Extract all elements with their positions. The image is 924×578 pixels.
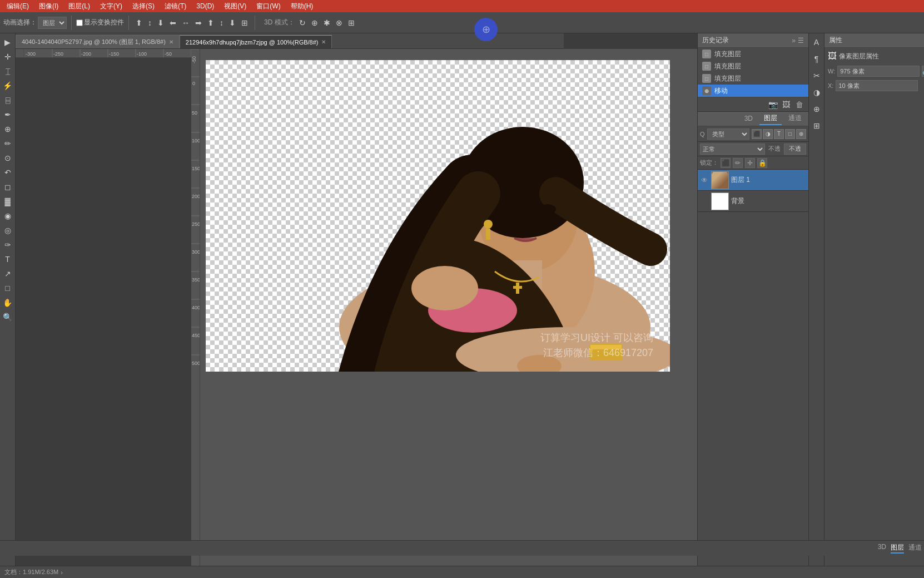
history-menu-icon[interactable]: ☰ — [798, 37, 804, 45]
tab-1-close[interactable]: ✕ — [169, 39, 173, 45]
align-vc-btn[interactable]: ↕ — [146, 16, 154, 30]
menu-window[interactable]: 窗口(W) — [252, 1, 285, 12]
align-bottom-btn[interactable]: ⬇ — [155, 16, 166, 30]
right-icon-scissors[interactable]: ✂ — [810, 69, 823, 82]
tool-heal[interactable]: ⊕ — [1, 122, 14, 136]
menu-edit[interactable]: 编辑(E) — [2, 1, 33, 12]
prop-link-btn[interactable]: 🔗 — [922, 66, 924, 77]
layers-tab-3d[interactable]: 3D — [740, 113, 757, 125]
layers-tab-channels[interactable]: 通道 — [784, 112, 806, 125]
history-snapshot-btn[interactable]: 🖼 — [781, 99, 792, 110]
history-item-3[interactable]: □ 填充图层 — [698, 72, 808, 85]
menu-help[interactable]: 帮助(H) — [286, 1, 318, 12]
history-expand-icon[interactable]: » — [792, 37, 796, 45]
3d-roll-btn[interactable]: ⊞ — [346, 16, 357, 30]
tool-clone[interactable]: ⊙ — [1, 151, 14, 165]
tool-move[interactable]: ✛ — [1, 50, 14, 63]
right-icon-dots[interactable]: ⊞ — [810, 119, 823, 132]
layer-item-1[interactable]: 👁 图层 1 — [698, 170, 808, 191]
align-hc-btn[interactable]: ↔ — [180, 16, 192, 30]
tool-label: 动画选择： — [3, 18, 37, 27]
tool-magic[interactable]: ⚡ — [1, 79, 14, 92]
align-left-btn[interactable]: ⬅ — [167, 16, 178, 30]
blend-mode-select[interactable]: 正常 — [700, 144, 765, 155]
layers-search-select[interactable]: 类型 — [707, 129, 749, 140]
tool-type-select[interactable]: 图层 — [38, 17, 67, 29]
right-icon-a[interactable]: A — [810, 36, 823, 49]
prop-w-input[interactable] — [837, 66, 920, 77]
tool-pen[interactable]: ✑ — [1, 238, 14, 251]
show-transform-checkbox[interactable] — [76, 19, 83, 26]
tool-select[interactable]: ▶ — [1, 36, 14, 49]
history-item-1[interactable]: □ 填充图层 — [698, 48, 808, 60]
far-right-panel: 属性 🖼 像素图层属性 W: 🔗 H X: — [824, 33, 924, 578]
layer-1-visibility[interactable]: 👁 — [700, 176, 709, 185]
filter-adj-icon[interactable]: ◑ — [763, 129, 773, 139]
align-right-btn[interactable]: ➡ — [193, 16, 204, 30]
dist-full-btn[interactable]: ⊞ — [239, 16, 250, 30]
tool-lasso[interactable]: ⌶ — [1, 65, 14, 78]
bottom-channels-tab[interactable]: 通道 — [908, 543, 922, 554]
canvas-scroll[interactable]: 订算学习UI设计 可以咨询 江老师微信：646917207 — [200, 49, 697, 578]
tool-path[interactable]: ↗ — [1, 267, 14, 280]
search-label: Q — [700, 131, 705, 137]
status-arrow[interactable]: › — [61, 569, 63, 576]
tool-gradient[interactable]: ▓ — [1, 195, 14, 208]
right-icon-text[interactable]: ¶ — [810, 52, 823, 66]
layers-tab-layers[interactable]: 图层 — [759, 112, 782, 125]
dist-vc-btn[interactable]: ↕ — [217, 16, 226, 30]
tab-2[interactable]: 212946x9h7dhupq7jbzm7zjpg @ 100%(RGB/8#)… — [180, 35, 332, 48]
dist-top-btn[interactable]: ⬆ — [205, 16, 216, 30]
menu-layer[interactable]: 图层(L) — [64, 1, 95, 12]
bottom-3d-tab[interactable]: 3D — [878, 543, 886, 554]
3d-rotate-btn[interactable]: ↻ — [297, 16, 308, 30]
svg-text:0: 0 — [192, 81, 195, 86]
layer-2-visibility[interactable]: 👁 — [700, 197, 709, 206]
lock-transparent-icon[interactable]: ⬛ — [721, 158, 731, 168]
lock-image-icon[interactable]: ✏ — [733, 158, 743, 168]
tab-1[interactable]: 4040-1404040P52797.jpg @ 100% (图层 1, RGB… — [16, 35, 180, 48]
tool-text[interactable]: T — [1, 253, 14, 266]
tab-2-close[interactable]: ✕ — [321, 39, 326, 45]
filter-shape-icon[interactable]: □ — [785, 129, 795, 139]
3d-zoom-btn[interactable]: ✱ — [321, 16, 332, 30]
3d-slide-btn[interactable]: ⊗ — [334, 16, 345, 30]
filter-pixel-icon[interactable]: ⬛ — [752, 129, 762, 139]
tool-crop[interactable]: ⌸ — [1, 93, 14, 107]
dist-bottom-btn[interactable]: ⬇ — [227, 16, 238, 30]
tool-dodge[interactable]: ◎ — [1, 224, 14, 237]
menu-text[interactable]: 文字(Y) — [96, 1, 127, 12]
layer-item-2[interactable]: 👁 背景 — [698, 191, 808, 212]
lock-position-icon[interactable]: ✛ — [745, 158, 755, 168]
filter-smart-icon[interactable]: ⊕ — [796, 129, 806, 139]
tool-history-brush[interactable]: ↶ — [1, 166, 14, 179]
right-icon-adjust[interactable]: ◑ — [810, 86, 823, 99]
prop-x-input[interactable] — [836, 80, 918, 91]
tool-blur[interactable]: ◉ — [1, 209, 14, 223]
right-icon-search[interactable]: ⊕ — [810, 102, 823, 116]
tool-brush[interactable]: ✏ — [1, 137, 14, 150]
tool-shape[interactable]: □ — [1, 281, 14, 295]
svg-text:500: 500 — [192, 360, 200, 366]
history-camera-btn[interactable]: 📷 — [767, 99, 778, 110]
history-item-2[interactable]: □ 填充图层 — [698, 60, 808, 72]
status-document-text: 文档：1.91M/2.63M — [4, 568, 58, 576]
opacity-input[interactable] — [784, 144, 806, 155]
tool-eraser[interactable]: ◻ — [1, 180, 14, 194]
menu-3d[interactable]: 3D(D) — [192, 1, 218, 11]
bottom-layers-tab[interactable]: 图层 — [891, 543, 904, 554]
menu-filter[interactable]: 滤镜(T) — [160, 1, 191, 12]
filter-text-icon[interactable]: T — [774, 129, 784, 139]
align-top-btn[interactable]: ⬆ — [133, 16, 145, 30]
menu-view[interactable]: 视图(V) — [220, 1, 251, 12]
tool-zoom[interactable]: 🔍 — [1, 310, 14, 324]
menu-select[interactable]: 选择(S) — [128, 1, 159, 12]
history-item-4[interactable]: ⊕ 移动 — [698, 85, 808, 97]
tool-eyedropper[interactable]: ✒ — [1, 108, 14, 121]
menu-image[interactable]: 图像(I) — [34, 1, 63, 12]
svg-point-77 — [504, 208, 524, 219]
tool-hand[interactable]: ✋ — [1, 296, 14, 309]
3d-pan-btn[interactable]: ⊕ — [309, 16, 320, 30]
lock-all-icon[interactable]: 🔒 — [757, 158, 767, 168]
history-delete-btn[interactable]: 🗑 — [794, 99, 805, 110]
